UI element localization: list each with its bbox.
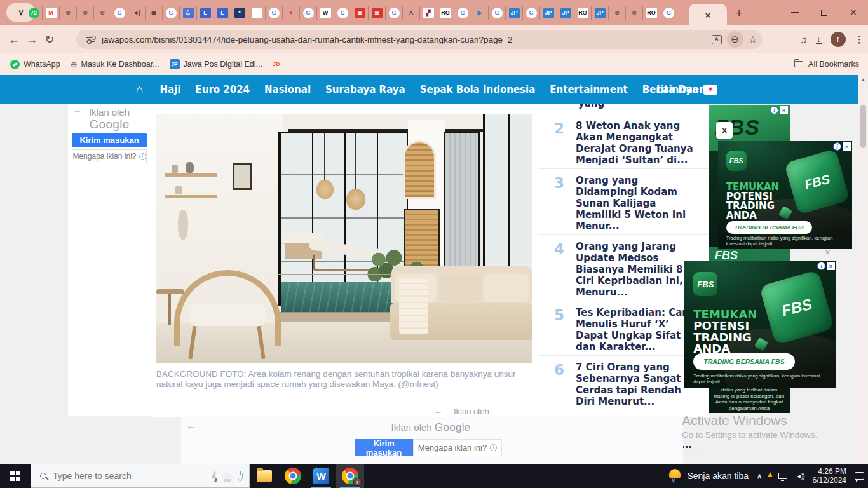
page-scrollbar[interactable]: ▲ — [858, 75, 868, 464]
taskbar-file-explorer[interactable] — [250, 464, 278, 488]
globe-favicon-tab[interactable]: ⊕ — [60, 6, 77, 20]
google-favicon-tab[interactable]: G — [523, 6, 540, 20]
lighthouse-favicon-tab[interactable]: L — [197, 6, 214, 20]
red-chevron-favicon-tab[interactable]: < — [283, 6, 300, 20]
trending-item[interactable]: 67 Ciri Orang yang Sebenarnya Sangat Cer… — [538, 355, 709, 410]
chromium-favicon-tab[interactable]: ◉ — [146, 6, 163, 20]
trending-item[interactable]: 4Orang yang Jarang Update Medsos Biasany… — [538, 234, 709, 301]
network-icon[interactable] — [778, 473, 787, 479]
globe-favicon-tab[interactable]: ⊕ — [94, 6, 111, 20]
trending-item[interactable]: 28 Weton Anak yang Akan Mengangkat Deraj… — [538, 114, 709, 168]
google-favicon-tab[interactable]: G — [660, 6, 677, 20]
google-favicon-tab[interactable]: G — [386, 6, 403, 20]
fbs-banner-ad-top[interactable]: FBS FBS TEMUKAN POTENSI TRADING ANDA TRA… — [718, 141, 852, 249]
script-l-favicon-tab[interactable]: ℒ — [180, 6, 197, 20]
nav-item-nasional[interactable]: Nasional — [264, 84, 311, 95]
reload-button[interactable]: ↻ — [41, 30, 58, 48]
taskbar-word[interactable]: W — [307, 464, 336, 488]
whatsapp-count-favicon-tab[interactable]: 72 — [25, 6, 43, 20]
address-bar[interactable]: jawapos.com/bisnis/013014474/ide-peluang… — [76, 30, 763, 49]
google-favicon-tab[interactable]: G — [266, 6, 283, 20]
taskbar-chrome[interactable] — [278, 464, 307, 488]
ad-close-icon[interactable]: × — [843, 142, 851, 151]
zigzag-favicon-tab[interactable]: Λ — [403, 6, 420, 20]
back-button[interactable]: ← — [5, 30, 23, 48]
wikipedia-favicon-tab[interactable]: W — [317, 6, 334, 20]
start-button[interactable] — [0, 464, 31, 488]
google-favicon-tab[interactable]: G — [489, 6, 506, 20]
translate-icon[interactable]: A — [712, 35, 722, 44]
profile-avatar[interactable]: r — [831, 32, 846, 47]
downloads-icon[interactable]: ↓ — [816, 35, 822, 44]
scrollbar-up-icon[interactable]: ▲ — [858, 75, 868, 85]
nav-item-haji[interactable]: Haji — [159, 84, 180, 95]
gmail-favicon-tab[interactable]: M — [43, 6, 60, 20]
ad-dismiss-x-icon[interactable]: × — [825, 247, 831, 257]
speaker-favicon-tab[interactable]: ◄) — [128, 6, 146, 20]
ad-back-arrow-icon[interactable]: ← — [434, 407, 442, 416]
window-close-button[interactable]: × — [839, 0, 868, 25]
bookmark-whatsapp[interactable]: WhatsApp — [10, 60, 60, 69]
forward-button[interactable]: → — [23, 30, 41, 48]
search-input[interactable] — [53, 471, 180, 481]
fbs-banner-ad-bottom[interactable]: FBS FBS TEMUKAN POTENSI TRADING ANDA TRA… — [684, 261, 836, 388]
bookmark-star-icon[interactable]: ☆ — [749, 34, 757, 46]
taskbar-search[interactable] — [31, 464, 250, 488]
browser-menu-icon[interactable]: ⋮ — [855, 34, 864, 45]
ro-favicon-tab[interactable]: RO — [643, 6, 660, 20]
new-tab-button[interactable]: + — [731, 5, 747, 22]
tray-expand-icon[interactable]: ∧ — [757, 472, 762, 480]
red-lines-favicon-tab[interactable]: ≣ — [369, 6, 386, 20]
taskbar-weather[interactable]: ∨ Senja akan tiba — [668, 469, 749, 483]
maroon-mark-favicon-tab[interactable]: ▞ — [420, 6, 437, 20]
nav-more-button[interactable]: Lainnya ▼ — [656, 84, 717, 95]
why-this-ad-button[interactable]: Mengapa iklan ini? i — [72, 149, 147, 163]
fbs-cta-button[interactable]: TRADING BERSAMA FBS — [693, 353, 794, 370]
bookmark-jawapos-digital[interactable]: JP Jawa Pos Digital Edi... — [170, 59, 262, 69]
site-info-icon[interactable] — [86, 36, 95, 43]
jawapos-favicon-tab[interactable]: JP — [506, 6, 523, 20]
trending-item[interactable]: 3Orang yang Didampingi Kodam Sunan Kalij… — [538, 168, 709, 234]
globe-favicon-tab[interactable]: ⊕ — [77, 6, 94, 20]
jawapos-favicon-tab[interactable]: JP — [540, 6, 557, 20]
ro-favicon-tab[interactable]: RO — [574, 6, 592, 20]
taskbar-clock[interactable]: 4:26 PM 6/12/2024 — [813, 467, 846, 485]
nav-item-entertainment[interactable]: Entertainment — [550, 84, 627, 95]
all-bookmarks-button[interactable]: All Bookmarks — [785, 59, 859, 69]
blank-favicon-tab[interactable] — [248, 6, 266, 20]
google-favicon-tab[interactable]: G — [163, 6, 180, 20]
action-center-icon[interactable] — [855, 472, 864, 480]
window-restore-button[interactable] — [810, 0, 839, 25]
window-minimize-button[interactable] — [780, 0, 810, 25]
ad-info-icon[interactable]: i — [833, 142, 841, 151]
url-text[interactable]: jawapos.com/bisnis/013014474/ide-peluang… — [102, 35, 712, 44]
google-favicon-tab[interactable]: G — [300, 6, 317, 20]
ad-back-arrow-icon[interactable]: ← — [186, 420, 196, 431]
zoom-out-icon[interactable]: ⊖ — [727, 31, 743, 48]
lighthouse-favicon-tab[interactable]: L — [214, 6, 231, 20]
send-feedback-button[interactable]: Kirim masukan — [355, 439, 413, 456]
speaker-icon[interactable]: ◄)) — [796, 473, 804, 480]
media-queue-icon[interactable]: ♫ — [800, 34, 807, 45]
active-tab[interactable]: × — [689, 4, 727, 25]
google-favicon-tab[interactable]: G — [111, 6, 128, 20]
red-lines-favicon-tab[interactable]: ≣ — [351, 6, 369, 20]
flower-favicon-tab[interactable]: * — [231, 6, 248, 20]
google-favicon-tab[interactable]: G — [334, 6, 351, 20]
jawapos-favicon-tab[interactable]: JP — [557, 6, 574, 20]
nav-item-sepak-bola-indonesia[interactable]: Sepak Bola Indonesia — [420, 84, 536, 95]
ad-x-close-button[interactable]: X — [716, 122, 733, 139]
why-this-ad-button[interactable]: Mengapa iklan ini? i — [413, 439, 502, 456]
bookmark-jd[interactable]: JD — [273, 61, 280, 67]
globe-favicon-tab[interactable]: ⊕ — [626, 6, 643, 20]
tab-close-icon[interactable]: × — [705, 10, 711, 20]
nav-item-surabaya-raya[interactable]: Surabaya Raya — [325, 84, 405, 95]
taskbar-chrome-profile[interactable]: r — [336, 464, 364, 488]
ad-info-icon[interactable]: i — [770, 106, 778, 114]
send-feedback-button[interactable]: Kirim masukan — [72, 133, 147, 147]
ro-favicon-tab[interactable]: RO — [437, 6, 454, 20]
jawapos-favicon-tab[interactable]: JP — [592, 6, 609, 20]
globe-favicon-tab[interactable]: ⊕ — [609, 6, 626, 20]
fbs-cta-button[interactable]: TRADING BERSAMA FBS — [726, 221, 812, 234]
ad-info-icon[interactable]: i — [817, 262, 825, 270]
